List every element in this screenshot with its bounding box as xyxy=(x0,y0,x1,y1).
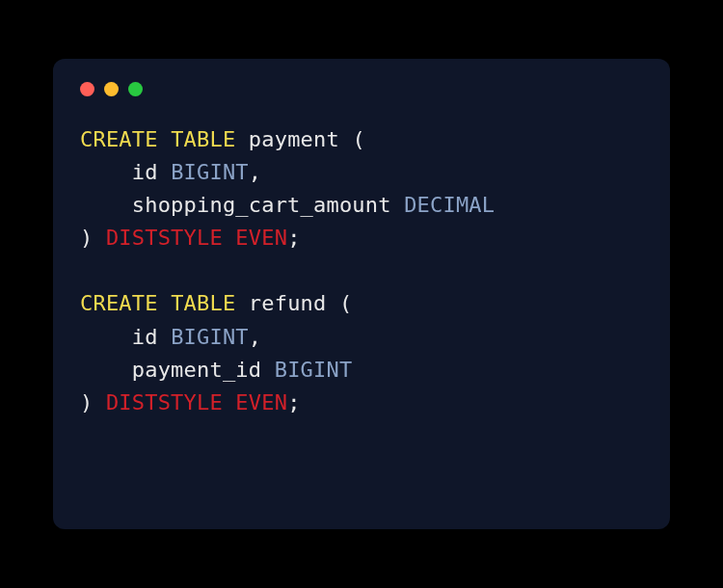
keyword-create: CREATE xyxy=(80,291,158,315)
column-name: shopping_cart_amount xyxy=(132,193,404,217)
close-icon xyxy=(80,82,94,96)
semicolon: ; xyxy=(287,390,300,414)
traffic-lights xyxy=(80,82,643,96)
column-name: id xyxy=(132,325,171,349)
keyword-diststyle: DISTSTYLE xyxy=(106,226,223,250)
data-type: BIGINT xyxy=(275,358,353,382)
indent xyxy=(80,358,132,382)
comma: , xyxy=(249,160,261,184)
column-name: payment_id xyxy=(132,358,275,382)
data-type: DECIMAL xyxy=(404,193,495,217)
paren-open: ( xyxy=(352,127,364,151)
data-type: BIGINT xyxy=(171,325,249,349)
semicolon: ; xyxy=(287,226,300,250)
paren-close: ) xyxy=(80,226,106,250)
code-window: CREATE TABLE payment ( id BIGINT, shoppi… xyxy=(53,59,670,529)
indent xyxy=(80,160,132,184)
data-type: BIGINT xyxy=(171,160,249,184)
paren-open: ( xyxy=(339,291,352,315)
keyword-even: EVEN xyxy=(235,226,287,250)
paren-close: ) xyxy=(80,390,106,414)
code-text xyxy=(158,291,171,315)
indent xyxy=(80,325,132,349)
code-block: CREATE TABLE payment ( id BIGINT, shoppi… xyxy=(80,123,643,419)
code-text xyxy=(223,390,235,414)
minimize-icon xyxy=(104,82,119,96)
table-name: refund xyxy=(235,291,339,315)
keyword-even: EVEN xyxy=(235,390,287,414)
keyword-diststyle: DISTSTYLE xyxy=(106,390,223,414)
keyword-table: TABLE xyxy=(171,127,235,151)
code-text xyxy=(158,127,171,151)
keyword-table: TABLE xyxy=(171,291,235,315)
indent xyxy=(80,193,132,217)
code-text xyxy=(223,226,235,250)
keyword-create: CREATE xyxy=(80,127,158,151)
table-name: payment xyxy=(235,127,352,151)
maximize-icon xyxy=(128,82,143,96)
comma: , xyxy=(249,325,261,349)
column-name: id xyxy=(132,160,171,184)
